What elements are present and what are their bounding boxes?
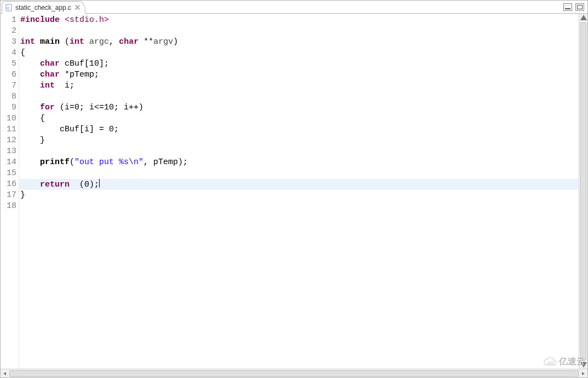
code-line[interactable]: int main (int argc, char **argv) [19,37,579,48]
text-caret [99,179,100,188]
code-token: ]; [99,59,109,68]
tab-bar: c static_check_app.c [1,1,587,14]
code-token: , pTemp); [143,158,188,167]
code-token: ); [89,180,99,189]
line-number: 7 [1,80,19,91]
code-token: ) [173,37,178,46]
code-token: int [70,37,84,46]
code-line[interactable] [19,168,579,179]
code-token: #include [20,15,65,25]
svg-text:c: c [7,5,9,10]
line-number: 10 [1,113,19,124]
code-token: argv [153,37,173,46]
code-token: ** [139,37,153,46]
code-token: (i= [55,103,74,112]
pane-controls [563,1,587,13]
code-token: "out put %s\n" [74,158,143,167]
horizontal-scrollbar[interactable] [1,369,587,377]
scroll-up-arrow-icon[interactable] [579,14,587,22]
code-token: int [20,37,35,46]
line-number: 18 [1,201,19,212]
code-token: cBuf[i] = [20,125,109,134]
code-line[interactable]: { [19,113,579,124]
line-number: 9 [1,102,19,113]
line-number: 17 [1,190,19,201]
code-token [20,103,40,112]
editor-tab-static-check-app[interactable]: c static_check_app.c [2,1,85,13]
code-area: 123456789101112131415161718 #include <st… [1,14,587,369]
c-file-icon: c [5,4,13,11]
code-line[interactable] [19,201,579,212]
line-number: 16 [1,179,19,190]
code-line[interactable] [19,26,579,37]
line-number: 8 [1,91,19,102]
code-token: 0 [84,180,89,189]
line-number: 6 [1,69,19,80]
code-token: ; i++) [114,103,143,112]
code-line[interactable]: #include <stdio.h> [19,15,579,26]
code-token [20,70,40,79]
hscroll-thumb[interactable] [9,370,579,377]
code-token: ( [60,37,70,46]
code-token: ; i<= [79,103,104,112]
code-line[interactable]: } [19,190,579,201]
line-number: 3 [1,37,19,48]
hscroll-track[interactable] [9,369,579,378]
line-number: 15 [1,168,19,179]
scroll-left-arrow-icon[interactable] [1,369,9,378]
code-line[interactable]: { [19,48,579,59]
code-token [84,37,89,46]
code-token: char [40,70,60,79]
line-number-gutter: 123456789101112131415161718 [1,14,19,369]
scroll-down-arrow-icon[interactable] [579,360,587,369]
code-token [20,59,40,68]
code-token: ; [114,125,119,134]
code-line[interactable]: } [19,135,579,146]
code-token: { [20,114,45,123]
line-number: 12 [1,135,19,146]
code-line[interactable]: char *pTemp; [19,69,579,80]
code-token [20,81,40,90]
scroll-right-arrow-icon[interactable] [579,369,587,378]
code-line[interactable] [19,146,579,157]
close-tab-icon[interactable] [74,4,80,11]
code-line[interactable]: cBuf[i] = 0; [19,124,579,135]
code-token: *pTemp; [60,70,99,79]
code-token [20,158,40,167]
line-number: 5 [1,59,19,69]
code-token [35,37,40,46]
code-token [20,180,40,189]
code-line[interactable]: char cBuf[10]; [19,59,579,69]
code-token: i; [55,81,74,90]
editor-pane: c static_check_app.c 1234567891011121314… [0,0,588,378]
code-editor[interactable]: #include <stdio.h>int main (int argc, ch… [19,14,579,369]
vscroll-track[interactable] [579,22,587,360]
code-token: 0 [109,125,114,134]
code-line[interactable]: for (i=0; i<=10; i++) [19,102,579,113]
code-token: 0 [74,103,79,112]
line-number: 14 [1,157,19,168]
code-line[interactable] [19,91,579,102]
code-line[interactable]: printf("out put %s\n", pTemp); [19,157,579,168]
code-token: } [20,190,25,200]
code-token: printf [40,158,70,167]
vertical-scrollbar[interactable] [579,14,587,369]
code-token: return [40,180,70,189]
code-token: ( [70,158,74,167]
code-token: 10 [104,103,114,112]
line-number: 4 [1,48,19,59]
code-line[interactable]: int i; [19,80,579,91]
code-token: } [20,136,45,145]
code-line[interactable]: return (0); [19,179,579,190]
line-number: 11 [1,124,19,135]
vscroll-thumb[interactable] [580,22,586,360]
line-number: 1 [1,15,19,26]
line-number: 13 [1,146,19,157]
line-number: 2 [1,26,19,37]
pane-maximize-button[interactable] [575,3,584,11]
code-token: ( [70,180,84,189]
code-token: argc [89,37,109,46]
pane-minimize-button[interactable] [563,3,572,11]
code-token: for [40,103,55,112]
code-token: cBuf[ [60,59,89,68]
